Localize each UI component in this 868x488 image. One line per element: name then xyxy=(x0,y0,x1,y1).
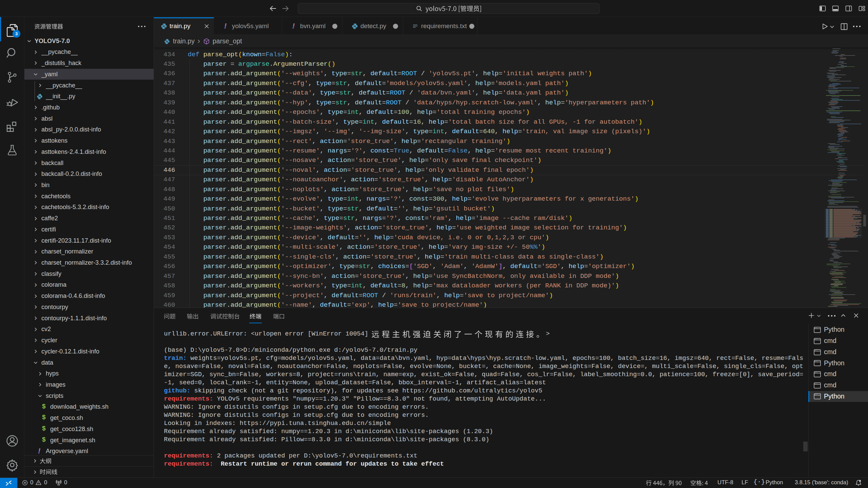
svg-text:C:\: C:\ xyxy=(815,338,818,340)
svg-text:C:\: C:\ xyxy=(815,361,818,362)
svg-text:C:\: C:\ xyxy=(815,327,818,329)
svg-text:C:\: C:\ xyxy=(815,394,818,395)
svg-text:C:\: C:\ xyxy=(815,349,818,351)
svg-text:C:\: C:\ xyxy=(815,383,818,384)
svg-text:C:\: C:\ xyxy=(815,371,818,373)
